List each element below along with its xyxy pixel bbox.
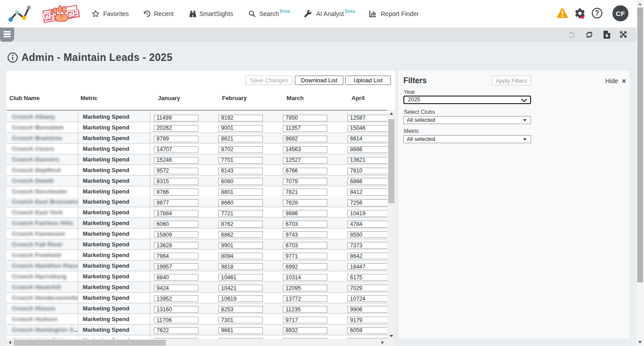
svg-text:?: ? [595,9,600,17]
